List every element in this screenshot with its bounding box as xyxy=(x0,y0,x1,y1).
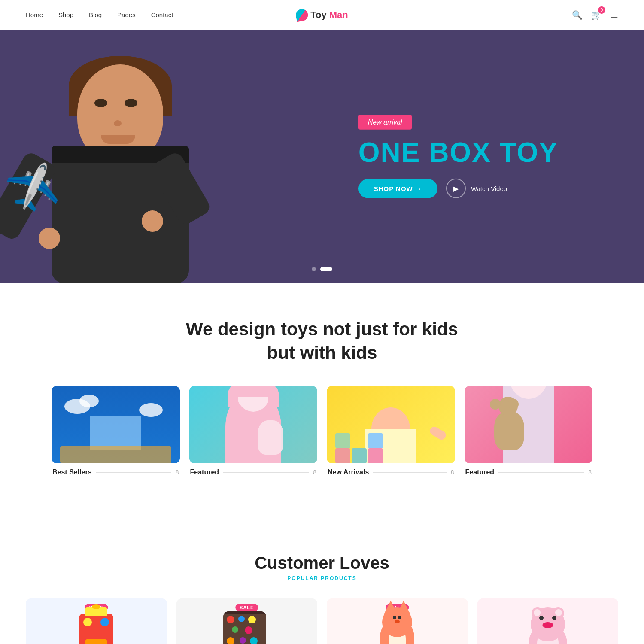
category-img-bestsellers xyxy=(52,386,180,463)
hero-actions: SHOP NOW → ▶ Watch Video xyxy=(358,179,507,198)
category-info-featured2: Featured 8 xyxy=(465,463,593,476)
product-img-3: SALE xyxy=(327,598,468,644)
watch-video-label: Watch Video xyxy=(471,185,507,192)
products-grid: SALE SALE xyxy=(26,598,618,644)
category-img-newarrivals xyxy=(327,386,455,463)
product-card-2[interactable]: SALE xyxy=(176,598,318,644)
logo-icon xyxy=(295,8,309,21)
header-actions: 🔍 🛒 9 ☰ xyxy=(572,10,618,20)
header: Home Shop Blog Pages Contact ToyMan 🔍 🛒 … xyxy=(0,0,644,30)
category-img-featured1 xyxy=(189,386,318,463)
menu-icon[interactable]: ☰ xyxy=(611,10,618,20)
category-divider-4 xyxy=(498,472,584,473)
category-divider-2 xyxy=(223,472,309,473)
nav-blog[interactable]: Blog xyxy=(89,11,102,18)
right-hand xyxy=(142,210,163,232)
search-icon[interactable]: 🔍 xyxy=(572,10,583,20)
hero-title: ONE BOX TOY xyxy=(358,137,558,167)
category-name-featured2: Featured xyxy=(465,468,495,476)
logo-toy-text: Toy xyxy=(310,9,326,21)
section-subtitle: POPULAR PRODUCTS xyxy=(26,575,618,581)
hero-illustration: ✈️ xyxy=(17,39,232,283)
category-info-bestsellers: Best Sellers 8 xyxy=(52,463,180,476)
categories-grid: Best Sellers 8 Featured 8 xyxy=(26,386,618,502)
category-count-featured1: 8 xyxy=(313,469,316,476)
hero-content: New arrival ONE BOX TOY SHOP NOW → ▶ Wat… xyxy=(358,115,558,198)
product-img-2: SALE xyxy=(176,598,318,644)
category-count-bestsellers: 8 xyxy=(176,469,179,476)
section-title: Customer Loves xyxy=(26,553,618,573)
watch-video-button[interactable]: ▶ Watch Video xyxy=(446,179,507,198)
product-card-4[interactable] xyxy=(477,598,619,644)
hero-badge: New arrival xyxy=(358,115,412,130)
left-hand xyxy=(39,228,60,249)
nav-home[interactable]: Home xyxy=(26,11,43,18)
cart-icon[interactable]: 🛒 9 xyxy=(591,10,602,20)
category-count-newarrivals: 8 xyxy=(451,469,454,476)
category-name-featured1: Featured xyxy=(190,468,219,476)
logo[interactable]: ToyMan xyxy=(296,9,348,21)
sale-badge-2: SALE xyxy=(235,604,258,611)
slider-dots xyxy=(312,267,332,271)
dot-1[interactable] xyxy=(312,267,316,271)
category-card-featured1[interactable]: Featured 8 xyxy=(189,386,318,476)
nav-shop[interactable]: Shop xyxy=(58,11,73,18)
play-icon: ▶ xyxy=(446,179,466,198)
category-count-featured2: 8 xyxy=(588,469,592,476)
category-name-bestsellers: Best Sellers xyxy=(52,468,92,476)
logo-man-text: Man xyxy=(329,9,348,21)
hero-section: ✈️ New arrival ONE BOX TOY SHOP NOW → ▶ … xyxy=(0,30,644,283)
cart-badge: 9 xyxy=(598,6,605,14)
dot-2[interactable] xyxy=(320,267,332,271)
category-info-newarrivals: New Arrivals 8 xyxy=(327,463,455,476)
shop-now-button[interactable]: SHOP NOW → xyxy=(358,179,437,198)
product-card-1[interactable]: SALE xyxy=(26,598,167,644)
categories-section: Best Sellers 8 Featured 8 xyxy=(0,386,644,532)
category-card-featured2[interactable]: Featured 8 xyxy=(465,386,593,476)
product-card-3[interactable]: SALE xyxy=(327,598,468,644)
product-img-1: SALE xyxy=(26,598,167,644)
nav-pages[interactable]: Pages xyxy=(117,11,136,18)
category-card-bestsellers[interactable]: Best Sellers 8 xyxy=(52,386,180,476)
main-nav: Home Shop Blog Pages Contact xyxy=(26,11,173,18)
category-card-newarrivals[interactable]: New Arrivals 8 xyxy=(327,386,455,476)
category-info-featured1: Featured 8 xyxy=(189,463,318,476)
customer-loves-section: Customer Loves POPULAR PRODUCTS SALE xyxy=(0,532,644,644)
category-divider xyxy=(96,472,171,473)
tagline-heading: We design toys not just for kids but wit… xyxy=(26,318,618,365)
nav-contact[interactable]: Contact xyxy=(151,11,173,18)
category-name-newarrivals: New Arrivals xyxy=(328,468,369,476)
category-divider-3 xyxy=(373,472,446,473)
product-img-4 xyxy=(477,598,619,644)
category-img-featured2 xyxy=(465,386,593,463)
tagline-section: We design toys not just for kids but wit… xyxy=(0,283,644,386)
